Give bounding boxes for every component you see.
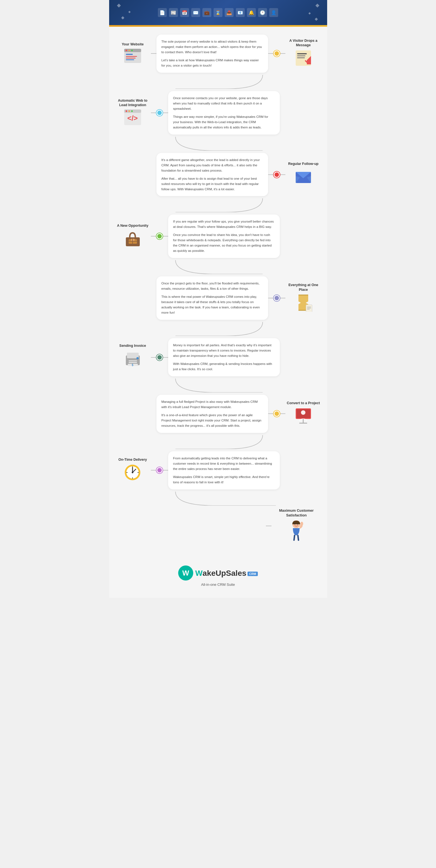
h-line-8b: [163, 470, 168, 470]
footer: W WakeUpSalesCRM All-in-one CRM Suite: [109, 557, 327, 598]
svg-point-17: [126, 110, 127, 112]
bubble-everything: Once the project gets to the floor, you'…: [157, 276, 268, 320]
header-banner: 📄 📰 📅 ✉️ 💼 ⌛ 📥 📧 🔔 🕐 👤: [109, 0, 327, 25]
h-line-6a: [151, 357, 157, 358]
svg-text:</>: </>: [127, 114, 138, 122]
logo-text: WakeUpSalesCRM: [195, 569, 258, 578]
h-line-8a: [151, 470, 157, 470]
svg-text:$: $: [132, 364, 133, 367]
dot-invoice: [157, 354, 163, 361]
logo-icon: W: [178, 565, 194, 581]
svg-point-19: [131, 110, 133, 112]
svg-point-47: [301, 410, 305, 415]
footer-tagline: All-in-one CRM Suite: [115, 583, 322, 587]
header-icons: 📄 📰 📅 ✉️ 💼 ⌛ 📥 📧 🔔 🕐 👤: [158, 8, 278, 17]
svg-point-60: [300, 522, 303, 526]
h-line-1b: [268, 53, 274, 54]
label-convert-project: Convert to a Project: [286, 398, 322, 430]
dot-delivery: [157, 467, 163, 473]
icon-person: 👤: [269, 8, 278, 17]
curve-7: [115, 435, 322, 449]
curve-1: [115, 75, 322, 89]
icon-satisfaction: [287, 519, 305, 543]
label-your-website: Your Website: [115, 39, 151, 68]
svg-point-54: [132, 472, 133, 473]
footer-logo: W WakeUpSalesCRM: [115, 565, 322, 581]
label-everything: Everything at One Place: [286, 280, 322, 316]
curve-8: [115, 492, 322, 505]
svg-point-2: [126, 50, 127, 51]
h-line-7b: [280, 413, 286, 414]
h-line-9a: [266, 526, 271, 526]
svg-rect-41: [129, 362, 137, 363]
h-line-1c: [280, 53, 286, 54]
icon-delivery: [124, 464, 142, 483]
icon-everything: [294, 293, 312, 313]
bubble-new-opportunity: If you are regular with your follow ups,…: [168, 215, 280, 258]
dot-website: [274, 51, 280, 57]
infographic-main: Your Website The sole purpose of eve: [109, 27, 327, 557]
bubble-website: The sole purpose of every website is to …: [157, 35, 268, 73]
icon-newspaper: 📰: [169, 8, 178, 17]
h-line-3b: [280, 175, 286, 175]
dot-everything: [274, 295, 280, 301]
svg-rect-40: [129, 361, 137, 361]
h-line-2a: [151, 113, 157, 113]
icon-envelope: ✉️: [191, 8, 200, 17]
icon-opportunity: [124, 229, 142, 249]
dot-opportunity: [157, 233, 163, 239]
label-sending-invoice: Sending Invoice $: [115, 341, 151, 374]
label-on-time-delivery: On-Time Delivery: [115, 455, 151, 486]
svg-rect-6: [126, 56, 137, 57]
svg-point-4: [131, 50, 133, 51]
icon-gmail: 📧: [236, 8, 245, 17]
bubble-followup-intro: It's a different game altogether, once t…: [157, 153, 268, 196]
h-line-4b: [163, 236, 168, 237]
svg-point-44: [136, 357, 139, 359]
h-line-7a: [268, 413, 274, 414]
curve-4: [115, 260, 322, 274]
dot-convert: [274, 411, 280, 417]
icon-calendar: 📅: [180, 8, 189, 17]
h-line-4a: [151, 236, 157, 237]
svg-rect-10: [297, 53, 307, 54]
curve-3: [115, 198, 322, 212]
label-max-satisfaction: Maximum Customer Satisfaction: [271, 505, 322, 546]
label-auto-web-lead: Automatic Web to Lead Integration </>: [115, 96, 151, 130]
svg-rect-5: [126, 54, 133, 55]
svg-point-18: [128, 110, 130, 112]
bubble-convert-project: Managing a full fledged Project is also …: [157, 395, 268, 433]
dot-followup: [274, 172, 280, 178]
h-line-6b: [163, 357, 168, 358]
icon-convert: [294, 407, 312, 427]
h-line-5a: [268, 298, 274, 298]
svg-rect-12: [297, 57, 305, 58]
h-line-3a: [268, 175, 274, 175]
icon-followup: [294, 168, 312, 187]
icon-website: [124, 48, 142, 65]
icon-hourglass: ⌛: [213, 8, 223, 17]
curve-5: [115, 322, 322, 336]
bubble-auto-web: Once someone contacts you on your websit…: [168, 91, 280, 134]
bubble-on-time: From automatically getting leads into th…: [168, 451, 280, 490]
svg-point-61: [294, 523, 295, 525]
h-line-2b: [163, 113, 168, 113]
h-line-5b: [280, 298, 286, 298]
curve-2: [115, 137, 322, 151]
svg-text:W: W: [182, 569, 189, 577]
icon-document: 📄: [158, 8, 167, 17]
icon-visitor-message: [294, 49, 312, 69]
dot-auto-web: [157, 110, 163, 116]
label-visitor-drops: A Visitor Drops a Message: [286, 36, 322, 72]
h-line-1a: [151, 53, 157, 54]
curve-6: [115, 378, 322, 393]
icon-clock: 🕐: [258, 8, 267, 17]
label-new-opportunity: A New Opportunity: [115, 221, 151, 252]
svg-rect-8: [126, 59, 134, 60]
icon-alert: 🔔: [247, 8, 256, 17]
svg-rect-7: [126, 58, 136, 59]
bubble-invoice: Money is important for all parties. And …: [168, 338, 280, 376]
icon-auto-web: </>: [124, 109, 142, 127]
icon-download: 📥: [225, 8, 234, 17]
svg-rect-11: [297, 56, 305, 56]
